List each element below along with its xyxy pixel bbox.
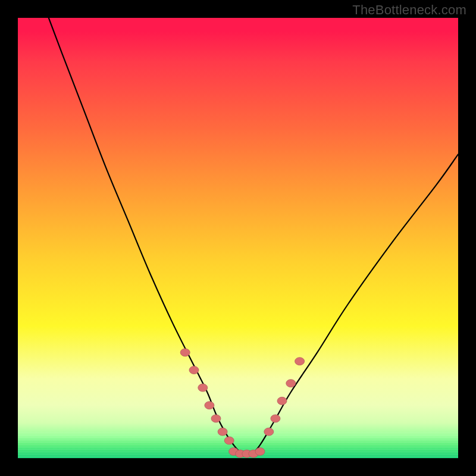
bottleneck-curve [49,18,458,455]
markers-right [264,358,305,436]
marker-dot [271,415,280,422]
frame: TheBottleneck.com [0,0,476,476]
marker-dot [198,384,208,392]
marker-dot [295,358,305,365]
marker-dot [180,349,190,356]
marker-dot [277,397,287,405]
marker-dot [189,367,199,374]
marker-dot [264,428,274,436]
plot-area [18,18,458,458]
watermark-text: TheBottleneck.com [352,2,466,18]
marker-dot [205,402,214,409]
marker-dot [218,428,227,436]
curve-svg [18,18,458,458]
marker-dot [255,447,265,455]
marker-dot [286,380,296,387]
marker-dot [224,437,234,444]
marker-dot [211,415,221,422]
markers-left [180,349,234,444]
markers-floor [229,447,265,458]
